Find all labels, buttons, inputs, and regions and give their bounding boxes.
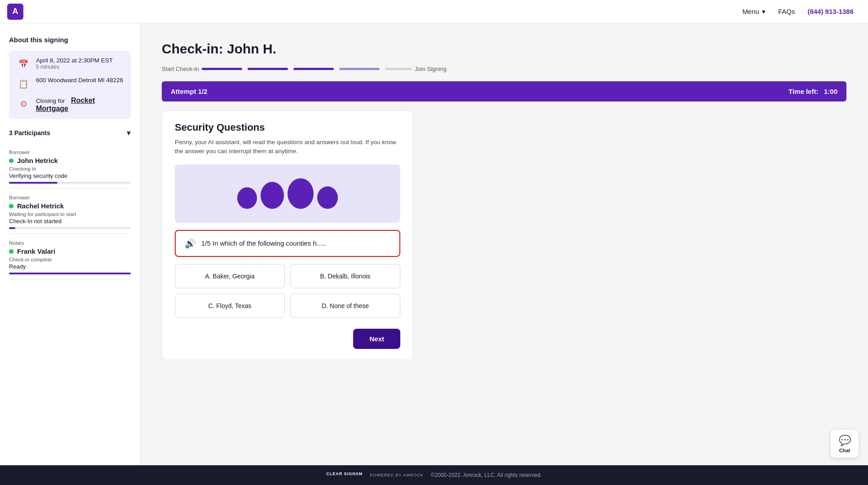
answer-c-button[interactable]: C. Floyd, Texas xyxy=(175,294,285,318)
progress-bar-fill xyxy=(9,227,15,229)
participant-card: Borrower Rachel Hetrick Waiting for part… xyxy=(9,190,131,234)
status-dot xyxy=(9,159,13,163)
participant-status: Ready xyxy=(9,263,131,270)
audio-dot-3 xyxy=(288,178,314,209)
answer-a-button[interactable]: A. Baker, Georgia xyxy=(175,264,285,288)
audio-dot-4 xyxy=(317,186,338,209)
time-text: Time left: 1:00 xyxy=(788,88,837,95)
participant-card: Borrower John Hetrick Checking In Verify… xyxy=(9,145,131,189)
audio-dot-1 xyxy=(237,187,257,209)
step-bar-5 xyxy=(385,68,412,70)
progress-bar-wrap xyxy=(9,227,131,229)
participant-name: John Hetrick xyxy=(17,157,58,164)
footer-brand-text: CLEAR SIGN xyxy=(326,472,356,476)
join-signing-label: Join Signing xyxy=(415,66,447,72)
answer-d-button[interactable]: D. None of these xyxy=(290,294,400,318)
audio-dot-2 xyxy=(261,182,284,209)
chat-button[interactable]: 💬 Chat xyxy=(830,429,859,458)
participant-status-label: Checking In xyxy=(9,166,131,172)
speaker-icon: 🔊 xyxy=(185,238,196,249)
footer-sub: POWERED BY AMROCK xyxy=(370,473,423,477)
footer-copy: ©2000-2022. Amrock, LLC. All rights rese… xyxy=(431,472,542,478)
status-dot xyxy=(9,249,13,254)
footer-mark: SM xyxy=(356,472,363,476)
step-bar-4 xyxy=(339,68,380,70)
closing-prefix: Closing for xyxy=(36,97,65,104)
participant-role: Notary xyxy=(9,240,131,246)
chat-label: Chat xyxy=(839,448,850,453)
main-content: Check-in: John H. Start Check-In Join Si… xyxy=(140,23,868,465)
page-title: Check-in: John H. xyxy=(162,41,846,57)
participant-role: Borrower xyxy=(9,195,131,200)
date-item: 📅 April 8, 2022 at 2:30PM EST 5 minutes xyxy=(16,57,124,71)
participant-status-label: Check-in complete xyxy=(9,257,131,262)
step-bar-1 xyxy=(202,68,242,70)
footer: CLEAR SIGNSM POWERED BY AMROCK ©2000-202… xyxy=(0,465,868,485)
question-text: 1/5 In which of the following counties h… xyxy=(201,239,326,247)
participant-name: Frank Valari xyxy=(17,247,55,255)
participants-title: 3 Participants xyxy=(9,129,50,137)
closing-item: ⊙ Closing for Rocket Mortgage xyxy=(16,97,124,113)
address-text: 600 Woodward Detroit MI 48226 xyxy=(36,77,123,84)
progress-bar-fill xyxy=(9,273,131,274)
participant-role: Borrower xyxy=(9,150,131,155)
participant-status: Check-In not started xyxy=(9,218,131,225)
address-item: 📋 600 Woodward Detroit MI 48226 xyxy=(16,77,124,91)
about-title: About this signing xyxy=(9,36,131,44)
footer-brand: CLEAR SIGNSM xyxy=(326,472,363,479)
progress-bar-wrap xyxy=(9,273,131,274)
audio-animation xyxy=(237,178,338,209)
participant-name-row: Rachel Hetrick xyxy=(9,202,131,210)
participant-status: Verifying security code xyxy=(9,172,131,179)
date-text: April 8, 2022 at 2:30PM EST xyxy=(36,57,113,64)
participant-name: Rachel Hetrick xyxy=(17,202,64,210)
participant-name-row: John Hetrick xyxy=(9,157,131,164)
chevron-down-icon[interactable]: ▾ xyxy=(127,128,131,138)
chat-icon: 💬 xyxy=(839,435,851,446)
phone-number[interactable]: (844) 913-1386 xyxy=(807,8,854,15)
header: A Menu ▾ FAQs (844) 913-1386 xyxy=(0,0,868,23)
step-bar-3 xyxy=(293,68,334,70)
menu-label: Menu xyxy=(742,8,759,15)
info-card: 📅 April 8, 2022 at 2:30PM EST 5 minutes … xyxy=(9,51,131,119)
app-logo: A xyxy=(7,4,23,20)
faqs-link[interactable]: FAQs xyxy=(778,8,795,15)
security-description: Penny, your AI assistant, will read the … xyxy=(175,138,400,156)
attempt-text: Attempt 1/2 xyxy=(171,88,208,95)
security-title: Security Questions xyxy=(175,122,400,133)
layout: About this signing 📅 April 8, 2022 at 2:… xyxy=(0,23,868,465)
time-value: 1:00 xyxy=(824,88,837,95)
progress-steps: Start Check-In Join Signing xyxy=(162,66,846,72)
security-card: Security Questions Penny, your AI assist… xyxy=(162,110,413,360)
calendar-icon: 📅 xyxy=(16,57,31,71)
attempt-banner: Attempt 1/2 Time left: 1:00 xyxy=(162,81,846,101)
sidebar: About this signing 📅 April 8, 2022 at 2:… xyxy=(0,23,140,465)
answers-grid: A. Baker, Georgia B. Dekalb, Illonois C.… xyxy=(175,264,400,318)
location-icon: 📋 xyxy=(16,77,31,91)
progress-bar-fill xyxy=(9,182,58,184)
audio-visual xyxy=(175,164,400,223)
start-checkin-label: Start Check-In xyxy=(162,66,199,72)
date-sub: 5 minutes xyxy=(36,64,113,70)
answer-b-button[interactable]: B. Dekalb, Illonois xyxy=(290,264,400,288)
participant-card: Notary Frank Valari Check-in complete Re… xyxy=(9,236,131,279)
status-dot xyxy=(9,204,13,208)
next-button[interactable]: Next xyxy=(353,329,400,349)
header-nav: Menu ▾ FAQs (844) 913-1386 xyxy=(742,8,854,16)
participants-header: 3 Participants ▾ xyxy=(9,128,131,138)
participant-name-row: Frank Valari xyxy=(9,247,131,255)
step-bar-2 xyxy=(248,68,288,70)
next-btn-row: Next xyxy=(175,329,400,349)
progress-bar-wrap xyxy=(9,182,131,184)
time-label: Time left: xyxy=(788,88,818,95)
participant-status-label: Waiting for participant to start xyxy=(9,212,131,217)
chevron-down-icon: ▾ xyxy=(762,8,766,16)
menu-button[interactable]: Menu ▾ xyxy=(742,8,766,16)
question-box: 🔊 1/5 In which of the following counties… xyxy=(175,230,400,257)
rocket-icon: ⊙ xyxy=(16,97,31,111)
